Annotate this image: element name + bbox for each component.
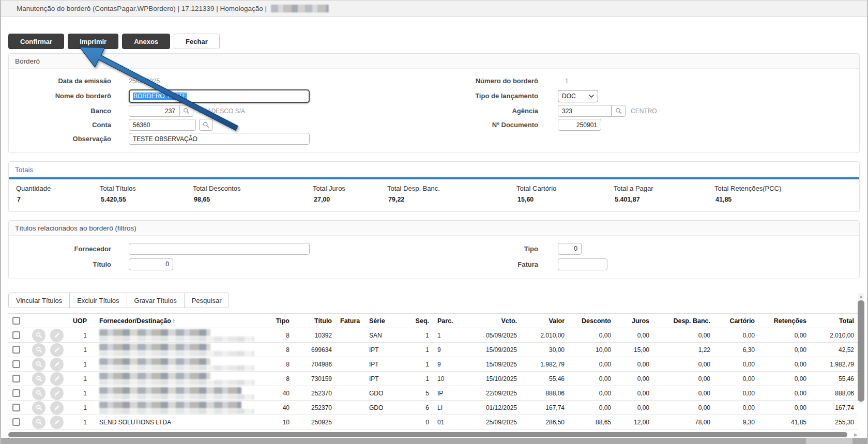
cell-vcto: 15/10/2025: [463, 372, 521, 386]
row-view-button[interactable]: [32, 358, 45, 371]
sort-asc-icon: ↑: [172, 317, 175, 325]
header-fornecedor[interactable]: Fornecedor/Destinação↑: [91, 314, 262, 328]
cell-desp-banc: 1,22: [653, 343, 714, 357]
cell-seq: 1: [408, 357, 433, 372]
total-column: Total Títulos5.420,55: [100, 185, 193, 203]
banco-search-button[interactable]: [179, 105, 193, 117]
vertical-scrollbar-thumb[interactable]: [858, 300, 864, 402]
vincular-titulos-button[interactable]: Vincular Títulos: [8, 293, 70, 308]
row-edit-button[interactable]: [50, 329, 64, 342]
row-view-button[interactable]: [32, 343, 45, 357]
row-checkbox[interactable]: [12, 389, 20, 397]
row-view-button[interactable]: [32, 401, 45, 415]
cell-seq: 6: [408, 401, 433, 415]
row-view-button[interactable]: [32, 416, 45, 429]
pencil-icon: [54, 332, 60, 339]
cell-valor: 888,06: [521, 386, 569, 401]
tipo-lancamento-select[interactable]: DOC: [558, 90, 598, 102]
redacted-fornecedor-line2: [99, 351, 254, 356]
cell-fornecedor: [91, 372, 262, 386]
select-all-checkbox[interactable]: [12, 317, 20, 325]
total-column: Total a Pagar5.401,87: [614, 185, 714, 203]
fechar-button[interactable]: Fechar: [174, 34, 220, 49]
total-column: Total Juros27,00: [313, 185, 387, 203]
redacted-fornecedor-line2: [99, 365, 254, 371]
cell-tipo: 8: [262, 357, 294, 372]
row-checkbox[interactable]: [12, 346, 20, 354]
cell-titulo: 704986: [294, 357, 336, 372]
row-checkbox[interactable]: [12, 375, 20, 382]
filtro-tipo-input[interactable]: [558, 243, 582, 255]
imprimir-button[interactable]: Imprimir: [68, 34, 118, 49]
cell-tipo: 40: [262, 401, 294, 415]
table-header-row: UOP Fornecedor/Destinação↑ Tipo Título F…: [8, 314, 858, 328]
row-view-button[interactable]: [32, 372, 45, 386]
cell-total: 2.010,00: [811, 328, 858, 343]
row-checkbox[interactable]: [12, 360, 20, 368]
row-checkbox[interactable]: [12, 418, 20, 426]
cell-seq: 1: [408, 328, 433, 343]
pencil-icon: [54, 419, 60, 425]
vertical-scrollbar: ▲: [858, 293, 864, 404]
row-checkbox[interactable]: [12, 404, 20, 411]
filtro-titulo-input[interactable]: [129, 258, 173, 270]
excluir-titulos-button[interactable]: Excluir Títulos: [69, 293, 127, 308]
cell-parc: LI: [433, 401, 463, 415]
row-edit-button[interactable]: [50, 387, 64, 400]
row-view-button[interactable]: [32, 329, 45, 342]
redacted-fornecedor-line2: [99, 336, 254, 342]
totais-grid: Quantidade7Total Títulos5.420,55Total De…: [9, 179, 859, 211]
banco-input[interactable]: [129, 105, 179, 117]
row-edit-button[interactable]: [50, 372, 64, 386]
filtros-panel: Títulos relacionados ao borderô (filtros…: [8, 220, 860, 279]
cell-retencoes: 0,00: [759, 328, 811, 343]
cell-retencoes: 0,00: [759, 357, 811, 372]
scroll-right-icon[interactable]: ▶: [854, 432, 858, 437]
confirmar-button[interactable]: Confirmar: [8, 34, 64, 49]
filtro-tipo-label: Tipo: [425, 245, 538, 253]
cell-fornecedor: [91, 343, 262, 357]
scroll-up-icon[interactable]: ▲: [858, 293, 864, 300]
pencil-icon: [54, 390, 60, 396]
cell-titulo: 250925: [294, 415, 336, 430]
row-edit-button[interactable]: [50, 343, 64, 357]
gravar-titulos-button[interactable]: Gravar Títulos: [127, 293, 185, 308]
filtro-fatura-label: Fatura: [425, 261, 538, 268]
horizontal-scrollbar: ▶: [8, 432, 860, 438]
anexos-button[interactable]: Anexos: [122, 34, 170, 49]
row-checkbox[interactable]: [12, 331, 20, 339]
row-edit-button[interactable]: [50, 401, 64, 415]
magnifier-icon: [36, 419, 42, 425]
nome-bordero-selected-text: BORDERO TESTE: [133, 93, 187, 100]
cell-cartorio: 0,00: [714, 386, 759, 401]
agencia-search-button[interactable]: [612, 105, 626, 117]
totais-tab[interactable]: Totais: [9, 162, 859, 177]
horizontal-scrollbar-thumb[interactable]: [8, 432, 847, 437]
filtro-fatura-input[interactable]: [558, 258, 607, 270]
cell-cartorio: 9,30: [714, 415, 759, 430]
cell-serie: IPT: [363, 343, 408, 357]
banco-label: Banco: [16, 107, 111, 115]
row-edit-button[interactable]: [50, 358, 64, 371]
observacao-input[interactable]: [129, 133, 310, 145]
nome-bordero-input[interactable]: BORDERO TESTE: [129, 89, 310, 103]
agencia-input[interactable]: [558, 105, 612, 117]
row-view-button[interactable]: [32, 387, 45, 400]
cell-fornecedor: [91, 328, 262, 343]
cell-cartorio: 0,00: [714, 401, 759, 415]
conta-input[interactable]: [129, 119, 196, 131]
pencil-icon: [54, 361, 60, 368]
redacted-fornecedor: [99, 402, 241, 408]
filtro-fornecedor-label: Fornecedor: [16, 245, 111, 253]
cell-uop: 1: [64, 386, 91, 401]
cell-fornecedor: [91, 357, 262, 372]
cell-total: 1.982,79: [811, 357, 858, 372]
cell-serie: [363, 415, 408, 430]
row-edit-button[interactable]: [50, 416, 64, 429]
documento-input[interactable]: [558, 119, 601, 131]
cell-valor: 55,46: [521, 372, 569, 386]
header-tipo: Tipo: [262, 314, 294, 328]
filtro-fornecedor-input[interactable]: [129, 243, 310, 255]
conta-search-button[interactable]: [199, 119, 213, 131]
pesquisar-button[interactable]: Pesquisar: [184, 293, 230, 308]
